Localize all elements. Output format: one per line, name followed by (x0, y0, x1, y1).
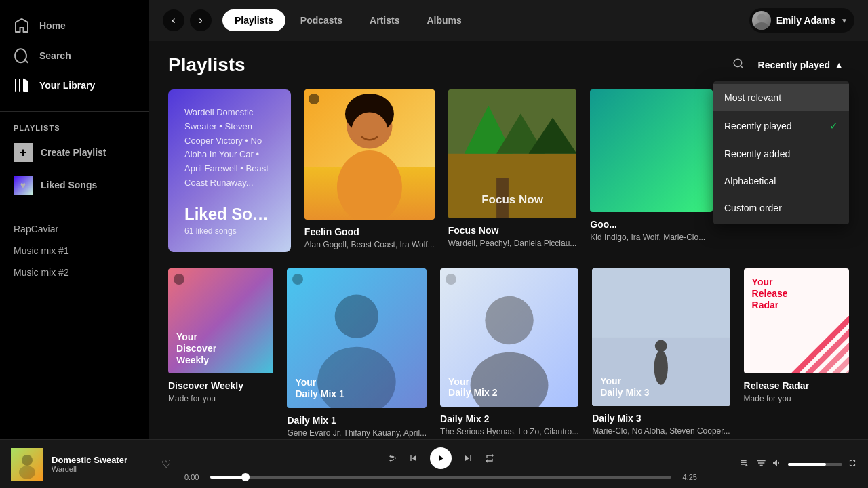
user-badge[interactable]: Emily Adams ▼ (749, 8, 854, 33)
fullscreen-button[interactable] (848, 458, 857, 470)
play-button[interactable] (430, 447, 452, 469)
sidebar-item-library[interactable]: Your Library (0, 70, 149, 100)
sidebar-playlist-rapcaviar[interactable]: RapCaviar (0, 218, 149, 240)
sort-option-alphabetical[interactable]: Alphabetical (713, 167, 849, 195)
liked-songs-card[interactable]: Wardell Domestic Sweater • Steven Cooper… (168, 89, 291, 252)
svg-point-18 (654, 350, 668, 385)
volume-button[interactable] (772, 458, 783, 471)
liked-songs-label: Liked Songs (41, 180, 97, 190)
daily-mix-3-art: YourDaily Mix 3 (592, 268, 730, 406)
daily-mix-1-title: Daily Mix 1 (287, 415, 427, 426)
svg-point-0 (757, 14, 766, 22)
progress-fill (210, 476, 247, 479)
volume-track[interactable] (788, 463, 842, 466)
playlist-card-good-vibes[interactable]: Goo... Kid Indigo, Ira Wolf, Marie-Clo..… (590, 89, 713, 252)
sort-option-recently-played[interactable]: Recently played ✓ (713, 111, 849, 140)
like-track-button[interactable]: ♡ (159, 455, 174, 473)
create-playlist-btn[interactable]: + Create Playlist (0, 136, 149, 169)
sidebar-playlist-musicmix2[interactable]: Music mix #2 (0, 262, 149, 283)
player-right-controls (708, 458, 857, 471)
page-header: Playlists Recently played ▲ Most (168, 54, 849, 76)
sidebar-search-label: Search (39, 50, 71, 61)
next-button[interactable] (462, 453, 473, 464)
playlist-card-release-radar[interactable]: YourReleaseRadar Release Radar (744, 268, 849, 438)
home-icon (14, 18, 30, 34)
filter-sort-btn[interactable]: Recently played ▲ (753, 57, 849, 73)
filter-sort-label: Recently played (758, 60, 831, 70)
queue-button[interactable] (739, 458, 750, 471)
playlist-grid-row2: YourDiscoverWeekly Discover Weekly Made … (168, 268, 849, 438)
time-current: 0:00 (184, 473, 205, 481)
sort-label-alphabetical: Alphabetical (724, 176, 776, 186)
sidebar: Home Search Your Library (0, 0, 149, 439)
liked-songs-card-count: 61 liked songs (184, 226, 275, 236)
focus-now-art: Focus Now (448, 89, 577, 218)
sidebar-item-home[interactable]: Home (0, 11, 149, 41)
time-total: 4:25 (677, 473, 697, 481)
playlist-card-discover-weekly[interactable]: YourDiscoverWeekly Discover Weekly Made … (168, 268, 273, 438)
back-button[interactable]: ‹ (163, 9, 184, 31)
sidebar-divider (0, 111, 149, 112)
heart-icon: ♥ (14, 176, 33, 195)
sort-dropdown-menu: Most relevant Recently played ✓ Recently… (713, 81, 849, 224)
sidebar-divider-2 (0, 207, 149, 207)
player-bar: Domestic Sweater Wardell ♡ (0, 439, 868, 488)
discover-weekly-title: Discover Weekly (168, 380, 273, 391)
tab-playlists[interactable]: Playlists (222, 9, 285, 31)
release-radar-subtitle: Made for you (744, 394, 849, 403)
main-content: ‹ › Playlists Podcasts Artists Albums (149, 0, 868, 439)
liked-songs-description: Wardell Domestic Sweater • Steven Cooper… (184, 106, 275, 190)
create-playlist-icon: + (14, 143, 33, 162)
volume-fill (788, 463, 826, 466)
playlist-card-daily-mix-2[interactable]: YourDaily Mix 2 Daily Mix 2 The Serious … (440, 268, 578, 438)
user-dropdown-icon: ▼ (841, 17, 848, 24)
player-track-info: Domestic Sweater Wardell ♡ (11, 448, 174, 481)
svg-rect-17 (592, 268, 730, 338)
daily-mix-3-subtitle: Marie-Clo, No Aloha, Steven Cooper... (592, 426, 730, 436)
liked-songs-btn[interactable]: ♥ Liked Songs (0, 169, 149, 201)
good-vibes-subtitle: Kid Indigo, Ira Wolf, Marie-Clo... (590, 232, 713, 242)
discover-weekly-art: YourDiscoverWeekly (168, 268, 273, 373)
nav-buttons: ‹ › (163, 9, 212, 31)
tab-artists[interactable]: Artists (357, 9, 412, 31)
devices-button[interactable] (755, 458, 766, 471)
playlist-card-daily-mix-3[interactable]: YourDaily Mix 3 Daily Mix 3 Marie-Clo, N… (592, 268, 730, 438)
playlist-card-focus-now[interactable]: Focus Now Focus Now Wardell, Peachy!, Da… (448, 89, 577, 252)
focus-now-title: Focus Now (448, 225, 577, 236)
track-thumbnail (11, 448, 43, 481)
user-name: Emily Adams (776, 15, 835, 26)
forward-button[interactable]: › (190, 9, 212, 31)
previous-button[interactable] (408, 453, 419, 464)
daily-mix-1-subtitle: Gene Evaro Jr, Thifany Kauany, April... (287, 428, 427, 438)
shuffle-button[interactable] (387, 453, 397, 464)
sort-option-most-relevant[interactable]: Most relevant (713, 84, 849, 111)
feelin-good-title: Feelin Good (304, 226, 435, 237)
tab-albums[interactable]: Albums (414, 9, 473, 31)
playlist-card-daily-mix-1[interactable]: YourDaily Mix 1 Daily Mix 1 Gene Evaro J… (287, 268, 427, 438)
playlist-card-feelin-good[interactable]: Feelin Good Alan Gogoll, Beast Coast, Ir… (304, 89, 435, 252)
svg-point-4 (351, 113, 387, 148)
filter-chevron-icon: ▲ (834, 60, 844, 70)
svg-point-19 (655, 340, 667, 352)
daily-mix-1-art-label: YourDaily Mix 1 (295, 377, 344, 400)
release-radar-title: Release Radar (744, 380, 849, 391)
sort-option-recently-added[interactable]: Recently added (713, 140, 849, 167)
player-controls: 0:00 4:25 (184, 447, 697, 481)
sidebar-nav: Home Search Your Library (0, 5, 149, 106)
discover-weekly-subtitle: Made for you (168, 394, 273, 403)
page-content: Playlists Recently played ▲ Most (149, 41, 868, 439)
filter-search-btn[interactable] (732, 58, 745, 73)
focus-now-subtitle: Wardell, Peachy!, Daniela Picciau... (448, 239, 577, 248)
tab-podcasts[interactable]: Podcasts (288, 9, 355, 31)
release-radar-thumb: YourReleaseRadar (744, 268, 849, 373)
page-title: Playlists (168, 54, 245, 76)
svg-point-28 (22, 455, 33, 466)
sidebar-item-search[interactable]: Search (0, 41, 149, 70)
repeat-button[interactable] (484, 453, 495, 464)
sidebar-playlist-musicmix1[interactable]: Music mix #1 (0, 240, 149, 262)
sort-option-custom-order[interactable]: Custom order (713, 195, 849, 222)
playback-controls (387, 447, 495, 469)
sidebar-playlist-list: RapCaviar Music mix #1 Music mix #2 (0, 213, 149, 289)
daily-mix-2-art-label: YourDaily Mix 2 (448, 376, 497, 399)
progress-track[interactable] (210, 476, 671, 479)
